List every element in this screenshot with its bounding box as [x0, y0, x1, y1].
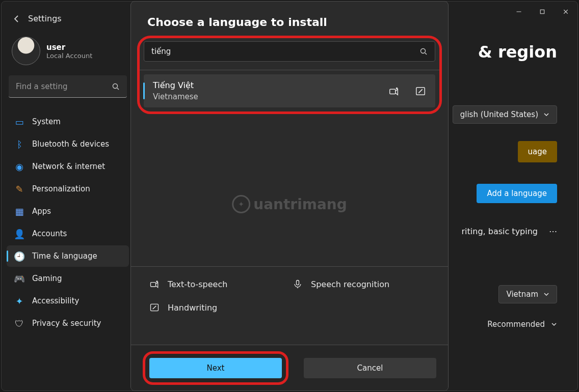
- result-english-name: Vietnamese: [153, 92, 198, 101]
- language-result-vietnamese[interactable]: Tiếng Việt Vietnamese: [144, 74, 435, 107]
- next-button[interactable]: Next: [149, 358, 282, 378]
- feature-handwriting: Handwriting: [149, 302, 286, 313]
- cancel-button[interactable]: Cancel: [304, 358, 436, 378]
- dialog-title: Choose a language to install: [131, 2, 448, 34]
- dialog-button-bar: Next Cancel: [131, 345, 448, 390]
- svg-rect-8: [390, 89, 396, 94]
- watermark-text: uantrimang: [253, 196, 347, 213]
- search-icon: [419, 47, 428, 55]
- svg-line-7: [425, 53, 427, 54]
- text-to-speech-icon: [149, 279, 160, 289]
- watermark: ✦ uantrimang: [232, 195, 347, 213]
- svg-rect-13: [297, 281, 299, 285]
- feature-text-to-speech: Text-to-speech: [149, 279, 286, 289]
- feature-speech-recognition: Speech recognition: [293, 279, 430, 289]
- install-language-dialog: Choose a language to install tiếng Tiếng…: [130, 1, 449, 391]
- highlight-search-area: tiếng Tiếng Việt Vietnamese: [137, 36, 442, 114]
- handwriting-icon: [149, 302, 160, 313]
- language-search-input[interactable]: tiếng: [144, 41, 435, 62]
- svg-point-9: [396, 87, 398, 89]
- microphone-icon: [293, 279, 303, 289]
- feature-label: Speech recognition: [311, 279, 389, 289]
- svg-point-12: [156, 281, 157, 282]
- text-to-speech-icon: [388, 86, 400, 97]
- svg-point-6: [421, 49, 426, 53]
- dialog-features: Text-to-speech Speech recognition Handwr…: [131, 266, 448, 313]
- feature-label: Handwriting: [168, 303, 217, 313]
- result-native-name: Tiếng Việt: [153, 80, 198, 90]
- dialog-overlay: Choose a language to install tiếng Tiếng…: [0, 0, 579, 392]
- handwriting-icon: [415, 86, 426, 97]
- search-value: tiếng: [151, 47, 171, 56]
- watermark-q-icon: ✦: [232, 195, 250, 213]
- svg-rect-11: [151, 283, 156, 287]
- result-feature-icons: [388, 86, 426, 97]
- divider: [140, 70, 439, 70]
- highlight-next-button: Next: [143, 351, 288, 385]
- feature-label: Text-to-speech: [168, 279, 227, 289]
